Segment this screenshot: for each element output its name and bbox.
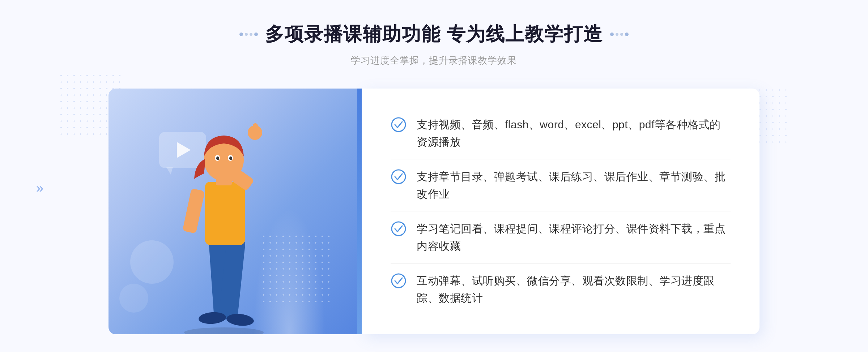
- check-circle-icon-4: [391, 273, 407, 289]
- header-section: 多项录播课辅助功能 专为线上教学打造 学习进度全掌握，提升录播课教学效果: [239, 22, 629, 67]
- svg-point-11: [216, 156, 219, 160]
- features-panel: 支持视频、音频、flash、word、excel、ppt、pdf等各种格式的资源…: [362, 89, 760, 334]
- svg-point-16: [392, 118, 405, 132]
- dot: [620, 33, 623, 36]
- illustration-panel: [109, 89, 362, 334]
- divider-3: [391, 263, 731, 264]
- check-circle-icon-1: [391, 117, 407, 133]
- dot: [250, 33, 252, 36]
- title-dots-left: [239, 33, 258, 36]
- chevron-left-icon: »: [36, 181, 43, 196]
- feature-text-3: 学习笔记回看、课程提问、课程评论打分、课件资料下载，重点内容收藏: [417, 220, 731, 255]
- feature-item-3: 学习笔记回看、课程提问、课程评论打分、课件资料下载，重点内容收藏: [391, 214, 731, 261]
- illustration-accent-bar: [357, 89, 362, 334]
- feature-text-1: 支持视频、音频、flash、word、excel、ppt、pdf等各种格式的资源…: [417, 116, 731, 151]
- check-circle-icon-3: [391, 221, 407, 237]
- dot: [254, 33, 258, 36]
- title-dots-right: [610, 33, 629, 36]
- page-subtitle: 学习进度全掌握，提升录播课教学效果: [239, 54, 629, 67]
- main-content: 支持视频、音频、flash、word、excel、ppt、pdf等各种格式的资源…: [109, 89, 760, 334]
- page-container: » 多项录播课辅助功能 专为线上教学打造 学习进度全掌握，提升录播课教学效果: [0, 0, 868, 352]
- dot: [610, 33, 614, 36]
- dot: [625, 33, 629, 36]
- dot: [616, 33, 618, 36]
- svg-point-19: [392, 274, 405, 288]
- title-wrapper: 多项录播课辅助功能 专为线上教学打造: [239, 22, 629, 47]
- svg-point-18: [392, 222, 405, 236]
- svg-point-13: [229, 156, 232, 160]
- svg-rect-6: [182, 188, 205, 233]
- svg-rect-5: [205, 182, 245, 245]
- svg-point-17: [392, 170, 405, 184]
- feature-text-4: 互动弹幕、试听购买、微信分享、观看次数限制、学习进度跟踪、数据统计: [417, 272, 731, 307]
- person-illustration: [152, 117, 303, 334]
- feature-text-2: 支持章节目录、弹题考试、课后练习、课后作业、章节测验、批改作业: [417, 168, 731, 203]
- page-title: 多项录播课辅助功能 专为线上教学打造: [265, 22, 603, 47]
- deco-circle-2: [119, 284, 148, 313]
- feature-item-1: 支持视频、音频、flash、word、excel、ppt、pdf等各种格式的资源…: [391, 110, 731, 157]
- divider-1: [391, 159, 731, 159]
- dot: [239, 33, 243, 36]
- svg-point-0: [184, 327, 264, 334]
- feature-item-4: 互动弹幕、试听购买、微信分享、观看次数限制、学习进度跟踪、数据统计: [391, 266, 731, 313]
- dot: [245, 33, 248, 36]
- feature-item-2: 支持章节目录、弹题考试、课后练习、课后作业、章节测验、批改作业: [391, 162, 731, 209]
- divider-2: [391, 211, 731, 211]
- svg-rect-15: [253, 123, 258, 136]
- check-circle-icon-2: [391, 169, 407, 185]
